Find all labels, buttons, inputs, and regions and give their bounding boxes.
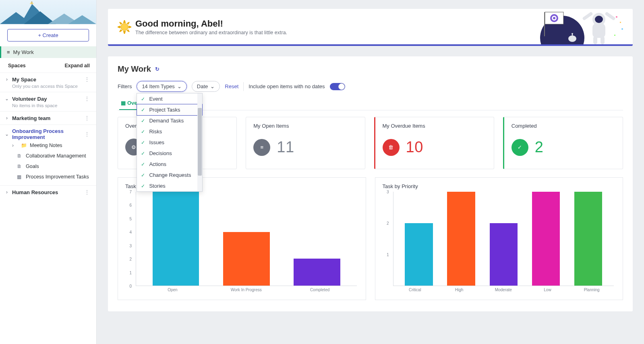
space-options-icon[interactable]: ⋮	[82, 189, 92, 195]
bar-planning[interactable]	[574, 192, 602, 286]
svg-marker-12	[127, 30, 129, 32]
chart2-title: Task by Priority	[383, 183, 616, 189]
divider	[243, 82, 244, 91]
sidebar-subitem-goals[interactable]: 🗎Goals	[4, 161, 92, 172]
y-tick: 1	[387, 253, 389, 257]
doc-icon: 🗎	[17, 164, 23, 169]
svg-point-19	[553, 17, 555, 19]
item-types-filter[interactable]: 14 Item Types ⌄	[137, 81, 186, 92]
dropdown-item-label: Demand Tasks	[149, 118, 184, 124]
space-item-human-resources[interactable]: Human Resources	[12, 189, 79, 195]
chevron-icon: ›	[12, 143, 18, 148]
refresh-icon[interactable]: ↻	[155, 66, 159, 72]
dropdown-item-project-tasks[interactable]: ✓Project Tasks	[137, 104, 203, 116]
space-chevron-icon[interactable]: ›	[4, 189, 10, 195]
space-options-icon[interactable]: ⋮	[82, 115, 92, 121]
dropdown-item-event[interactable]: ✓Event	[137, 93, 202, 104]
chart-task-by-state: Task by State 01234567OpenWork In Progre…	[118, 177, 366, 300]
item-types-label: 14 Item Types	[142, 83, 174, 89]
include-no-dates-toggle[interactable]	[330, 83, 345, 90]
check-icon: ✓	[141, 172, 146, 178]
kpi-icon: ≡	[253, 139, 270, 156]
bar-open[interactable]	[153, 192, 199, 286]
space-item-volunteer-day[interactable]: Volunteer Day	[12, 96, 79, 102]
dropdown-item-decisions[interactable]: ✓Decisions	[137, 148, 202, 159]
dropdown-scrollbar[interactable]	[197, 93, 202, 191]
dropdown-item-demand-tasks[interactable]: ✓Demand Tasks	[137, 115, 202, 126]
dropdown-item-stories[interactable]: ✓Stories	[137, 180, 202, 191]
reset-filters-link[interactable]: Reset	[225, 83, 238, 89]
space-item-marketing-team[interactable]: Marketing team	[12, 115, 79, 121]
dropdown-item-risks[interactable]: ✓Risks	[137, 126, 202, 137]
svg-marker-10	[129, 26, 131, 28]
chevron-down-icon: ⌄	[177, 83, 182, 89]
sidebar-subitem-meeting-notes[interactable]: ›📁Meeting Notes	[4, 140, 92, 151]
subitem-label: Meeting Notes	[30, 143, 62, 148]
kpi-card-completed[interactable]: Completed✓2	[503, 117, 623, 169]
check-icon: ✓	[141, 107, 146, 113]
svg-marker-7	[124, 20, 125, 23]
dropdown-item-label: Change Requests	[149, 172, 191, 178]
main-content: Good morning, Abel! The difference betwe…	[97, 0, 644, 344]
space-chevron-icon[interactable]: ›	[4, 77, 10, 82]
check-icon: ✓	[141, 183, 146, 189]
bar-completed[interactable]	[294, 259, 340, 286]
x-label: Work In Progress	[209, 288, 283, 296]
dropdown-item-change-requests[interactable]: ✓Change Requests	[137, 170, 202, 180]
sidebar: + Create ≡ My Work Spaces Expand all ›My…	[0, 0, 97, 344]
kpi-title: My Overdue Items	[383, 123, 487, 129]
toggle-knob	[338, 83, 345, 90]
space-chevron-icon[interactable]: ⌄	[4, 131, 10, 137]
kpi-card-my-open-items[interactable]: My Open Items≡11	[246, 117, 365, 169]
x-label: Low	[526, 288, 570, 296]
date-filter[interactable]: Date ⌄	[192, 81, 220, 92]
space-chevron-icon[interactable]: ›	[4, 115, 10, 121]
nav-my-work[interactable]: ≡ My Work	[0, 46, 96, 58]
y-tick: 4	[129, 230, 132, 234]
bar-moderate[interactable]	[490, 223, 518, 286]
space-subtext: No items in this space	[4, 103, 92, 108]
svg-point-31	[621, 28, 623, 30]
sidebar-subitem-process-improvement-tasks[interactable]: ▦Process Improvement Tasks	[4, 172, 92, 182]
check-icon: ✓	[141, 96, 146, 102]
dropdown-item-label: Stories	[149, 183, 165, 189]
space-chevron-icon[interactable]: ⌄	[4, 96, 10, 102]
space-options-icon[interactable]: ⋮	[82, 131, 92, 137]
create-button[interactable]: + Create	[7, 29, 89, 41]
space-item-my-space[interactable]: My Space	[12, 77, 79, 83]
space-subtext: Only you can access this Space	[4, 84, 92, 89]
space-item-onboarding-process-improvement[interactable]: Onboarding Process Improvement	[12, 128, 79, 140]
y-tick: 5	[129, 216, 132, 221]
svg-point-30	[616, 16, 617, 18]
chart2-area: 123CriticalHighModerateLowPlanning	[383, 192, 616, 296]
svg-rect-28	[593, 36, 597, 44]
bar-high[interactable]	[447, 192, 475, 286]
bar-critical[interactable]	[405, 223, 433, 286]
dropdown-item-issues[interactable]: ✓Issues	[137, 137, 202, 148]
expand-all-link[interactable]: Expand all	[64, 63, 90, 68]
sidebar-subitem-collaborative-management[interactable]: 🗎Collaborative Management	[4, 151, 92, 161]
svg-point-6	[121, 23, 128, 31]
svg-marker-8	[124, 31, 125, 34]
x-label: Open	[136, 288, 209, 296]
bar-low[interactable]	[532, 192, 560, 286]
dropdown-item-actions[interactable]: ✓Actions	[137, 159, 202, 170]
subitem-label: Process Improvement Tasks	[26, 174, 89, 180]
space-options-icon[interactable]: ⋮	[82, 76, 92, 83]
check-icon: ✓	[141, 162, 146, 167]
filters-row: Filters 14 Item Types ⌄ ✓Event✓Project T…	[118, 81, 623, 92]
svg-rect-27	[605, 12, 616, 21]
x-label: Critical	[393, 288, 437, 296]
kpi-card-my-overdue-items[interactable]: My Overdue Items🗑10	[374, 117, 494, 169]
chevron-down-icon: ⌄	[210, 83, 215, 89]
spaces-list: ›My Space⋮Only you can access this Space…	[0, 73, 96, 199]
space-options-icon[interactable]: ⋮	[82, 95, 92, 102]
item-types-dropdown: ✓Event✓Project Tasks✓Demand Tasks✓Risks✓…	[137, 93, 203, 192]
scrollbar-thumb[interactable]	[198, 108, 202, 176]
x-label: Planning	[569, 288, 614, 296]
dropdown-item-label: Risks	[149, 128, 162, 135]
check-icon: ✓	[141, 140, 146, 145]
dropdown-item-label: Decisions	[149, 150, 172, 156]
check-icon: ✓	[141, 151, 146, 156]
bar-work-in-progress[interactable]	[223, 232, 270, 286]
